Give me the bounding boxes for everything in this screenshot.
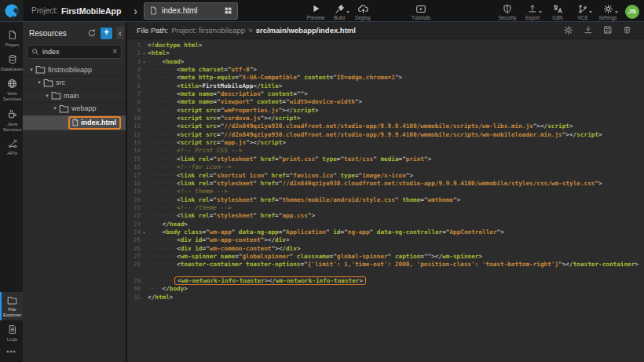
fold-gutter <box>141 115 148 122</box>
code-line[interactable]: 26········<div id="wm-common-content"></… <box>129 245 644 253</box>
search-input[interactable] <box>42 48 109 56</box>
file-settings-button[interactable] <box>563 25 573 35</box>
file-path-label: File Path: <box>137 26 168 35</box>
fold-toggle-icon[interactable]: ▾ <box>141 49 148 57</box>
code-line[interactable]: 28········<toaster-container toaster-opt… <box>129 261 644 269</box>
cloud-upload-icon <box>358 4 368 14</box>
vcs-button[interactable]: VCS <box>571 2 595 20</box>
tree-item-firstmobileapp[interactable]: ▾firstmobileapp <box>23 64 126 77</box>
resources-search-row: × <box>23 42 126 64</box>
line-number: 7 <box>129 90 141 98</box>
tree-item-index-html[interactable]: index.html <box>23 115 126 130</box>
code-line[interactable]: 29········<wm-network-info-toaster></wm-… <box>129 277 644 285</box>
line-number: 18 <box>129 180 141 188</box>
deploy-button[interactable]: Deploy <box>351 2 375 20</box>
refresh-icon[interactable] <box>87 28 97 38</box>
sidebar-item-databases[interactable]: Databases <box>0 50 23 75</box>
line-number: 11 <box>129 122 141 130</box>
code-line[interactable]: 7········<meta name="description" conten… <box>129 90 644 98</box>
fold-toggle-icon[interactable]: ▾ <box>141 58 148 66</box>
code-line[interactable]: 20········<link rel="stylesheet" href="t… <box>129 196 644 204</box>
folder-icon <box>7 296 17 305</box>
logs-icon <box>8 324 17 335</box>
caret-down-icon[interactable]: ▾ <box>35 79 43 86</box>
collapse-panel-button[interactable]: ‹ <box>116 27 124 39</box>
close-icon[interactable]: × <box>112 48 117 56</box>
caret-down-icon[interactable]: ▾ <box>27 67 35 73</box>
fold-toggle-icon[interactable]: ▾ <box>141 229 148 236</box>
code-line[interactable]: 17········<link rel="shortcut icon" href… <box>129 172 644 180</box>
caret-down-icon[interactable]: ▾ <box>43 93 51 99</box>
toolbar-right-group: SecurityExportI18NVCSSettingsJS <box>496 2 644 20</box>
line-number: 29 <box>129 277 141 285</box>
code-line[interactable]: 23····</head> <box>129 221 644 229</box>
code-line[interactable]: 24▾····<body class="wm-app" data-ng-app=… <box>129 229 644 236</box>
code-line[interactable]: 15········<link rel="stylesheet" href="p… <box>129 155 644 163</box>
export-label: Export <box>525 15 540 20</box>
sidebar-item-pages[interactable]: Pages <box>0 26 23 50</box>
code-line[interactable]: 16········<!--fav icon--> <box>129 163 644 171</box>
security-button[interactable]: Security <box>496 2 519 20</box>
code-line[interactable]: 31</html> <box>129 294 644 302</box>
code-line[interactable]: 3▾····<head> <box>129 58 644 66</box>
save-button[interactable] <box>603 25 613 35</box>
preview-button[interactable]: Preview <box>304 2 327 20</box>
settings-button[interactable]: Settings <box>596 2 620 20</box>
sidebar-item-web-services[interactable]: Web Services <box>0 75 23 104</box>
fold-gutter <box>141 172 148 180</box>
code-line[interactable]: 18········<link rel="stylesheet" href="/… <box>129 180 644 188</box>
sidebar-item-logs[interactable]: Logs <box>0 320 23 345</box>
fold-gutter <box>141 196 148 204</box>
code-line[interactable]: 10········<script src="cordova.js"></scr… <box>129 115 644 122</box>
build-button[interactable]: Build <box>327 2 351 20</box>
code-line[interactable]: 13········<script src="app.js"></script> <box>129 139 644 147</box>
tree-item-src[interactable]: ▾src <box>23 77 126 90</box>
add-resource-button[interactable]: + <box>101 27 112 39</box>
code-line[interactable]: 11········<script src="//d2n849qz1ya930.… <box>129 122 644 130</box>
grid-icon[interactable] <box>225 7 232 14</box>
folder-icon <box>43 79 53 87</box>
code-line[interactable]: 19········<!-- theme --> <box>129 188 644 196</box>
code-line[interactable]: 8········<meta name="viewport" content="… <box>129 98 644 106</box>
code-line[interactable]: 25········<div id="wm-app-content"></div… <box>129 236 644 244</box>
code-line[interactable]: 12········<script src="//d2n849qz1ya930.… <box>129 131 644 139</box>
nodes-icon <box>8 139 17 148</box>
code-line[interactable]: 21········<!-- /theme --> <box>129 204 644 212</box>
file-path-project: Project: firstmobileapp <box>171 26 245 35</box>
line-number: 24 <box>129 229 141 236</box>
code-line[interactable]: 2▾<html> <box>129 49 644 57</box>
code-line[interactable]: 6········<title>FirstMobileApp</title> <box>129 82 644 90</box>
tree-item-main[interactable]: ▾main <box>23 90 126 103</box>
code-line[interactable]: 9········<script src="wmProperties.js"><… <box>129 107 644 115</box>
code-line[interactable]: 4········<meta charset="utf-8"> <box>129 66 644 74</box>
line-number: 27 <box>129 253 141 261</box>
code-line[interactable]: 30····</body> <box>129 285 644 293</box>
play-icon <box>311 4 320 14</box>
i18n-button[interactable]: I18N <box>546 2 569 20</box>
line-number: 28 <box>129 261 141 269</box>
delete-button[interactable] <box>623 25 631 35</box>
tree-item-webapp[interactable]: ▾webapp <box>23 103 126 116</box>
export-button[interactable]: Export <box>521 2 544 20</box>
code-line[interactable]: 5········<meta http-equiv="X-UA-Compatib… <box>129 74 644 82</box>
sidebar-item-file-explorer[interactable]: File Explorer <box>0 292 23 320</box>
chevron-right-icon: › <box>134 5 137 16</box>
code-line[interactable]: 14········<!-- Print CSS --> <box>129 147 644 155</box>
caret-down-icon[interactable]: ▾ <box>51 105 59 112</box>
code-line[interactable]: 27········<wm-spinner name="globalspinne… <box>129 253 644 261</box>
sidebar-item-java-services[interactable]: Java Services <box>0 105 23 135</box>
deploy-label: Deploy <box>355 15 371 20</box>
code-line[interactable]: 1<!doctype html> <box>129 42 644 49</box>
app-logo[interactable] <box>0 0 24 21</box>
tab-index-html[interactable]: index.html <box>144 2 238 20</box>
fold-gutter <box>141 269 148 277</box>
code-editor[interactable]: 1<!doctype html>2▾<html>3▾····<head>4···… <box>127 39 644 362</box>
more-options-button[interactable]: ••• <box>0 345 23 362</box>
tutorials-button[interactable]: Tutorials <box>409 2 433 20</box>
user-avatar[interactable]: JS <box>625 5 639 19</box>
sidebar-item-apis[interactable]: APIs <box>0 135 23 159</box>
code-line[interactable]: 22········<link rel="stylesheet" href="a… <box>129 212 644 220</box>
sidebar-bottom-items: File ExplorerLogs <box>0 292 23 345</box>
download-button[interactable] <box>584 25 593 35</box>
fold-gutter <box>141 90 148 98</box>
